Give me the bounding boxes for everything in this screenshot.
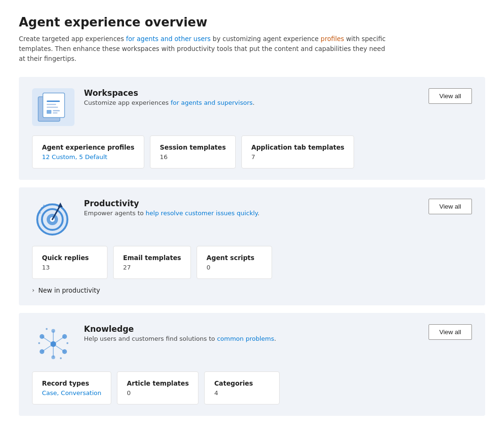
productivity-text: Productivity Empower agents to help reso…	[84, 199, 259, 217]
session-templates-card: Session templates 16	[150, 135, 236, 168]
knowledge-section: Knowledge Help users and customers find …	[19, 313, 485, 416]
knowledge-cards: Record types Case, Conversation Article …	[32, 371, 472, 404]
workspaces-svg	[34, 88, 72, 126]
agent-scripts-value: 0	[207, 264, 262, 271]
svg-rect-4	[47, 107, 58, 108]
categories-title: Categories	[214, 379, 270, 387]
svg-point-33	[60, 357, 62, 359]
svg-line-25	[42, 337, 53, 344]
application-tab-templates-title: Application tab templates	[251, 143, 344, 151]
knowledge-title: Knowledge	[84, 324, 276, 334]
svg-point-34	[66, 342, 68, 344]
productivity-view-all-button[interactable]: View all	[429, 199, 472, 214]
workspaces-icon	[32, 88, 74, 126]
desc-link-for[interactable]: for agents and other users	[126, 35, 211, 42]
svg-rect-7	[53, 112, 58, 114]
productivity-left: Productivity Empower agents to help reso…	[32, 199, 259, 236]
agent-scripts-card: Agent scripts 0	[197, 246, 272, 279]
workspaces-subtitle-link[interactable]: for agents and supervisors	[171, 99, 253, 106]
svg-point-31	[38, 342, 40, 344]
svg-rect-2	[47, 101, 60, 102]
session-templates-value: 16	[160, 153, 226, 160]
categories-value: 4	[214, 389, 270, 396]
page-description: Create targeted app experiences for agen…	[19, 34, 387, 64]
svg-point-17	[43, 204, 45, 206]
categories-card: Categories 4	[204, 371, 280, 404]
agent-scripts-title: Agent scripts	[207, 254, 262, 261]
page-title: Agent experience overview	[19, 15, 485, 29]
workspaces-text: Workspaces Customize app experiences for…	[84, 88, 255, 106]
record-types-title: Record types	[42, 379, 101, 387]
record-types-value[interactable]: Case, Conversation	[42, 389, 101, 396]
svg-line-26	[53, 337, 65, 344]
quick-replies-title: Quick replies	[42, 254, 98, 261]
workspaces-left: Workspaces Customize app experiences for…	[32, 88, 255, 126]
svg-rect-5	[47, 110, 51, 114]
svg-point-16	[40, 212, 41, 213]
knowledge-svg	[34, 324, 72, 362]
page-header: Agent experience overview Create targete…	[19, 15, 485, 64]
productivity-subtitle-link[interactable]: help resolve customer issues quickly	[146, 210, 257, 217]
knowledge-header: Knowledge Help users and customers find …	[32, 324, 472, 362]
svg-rect-6	[53, 110, 60, 111]
svg-rect-1	[43, 93, 65, 118]
svg-point-32	[46, 328, 48, 330]
knowledge-subtitle-link[interactable]: common problems	[217, 335, 274, 342]
productivity-section: Productivity Empower agents to help reso…	[19, 187, 485, 305]
email-templates-value: 27	[123, 264, 181, 271]
quick-replies-value: 13	[42, 264, 98, 271]
agent-experience-profiles-card: Agent experience profiles 12 Custom, 5 D…	[32, 135, 144, 168]
article-templates-title: Article templates	[127, 379, 189, 387]
quick-replies-card: Quick replies 13	[32, 246, 107, 279]
productivity-svg	[34, 199, 72, 236]
workspaces-section: Workspaces Customize app experiences for…	[19, 77, 485, 180]
knowledge-subtitle: Help users and customers find solutions …	[84, 335, 276, 342]
knowledge-icon	[32, 324, 74, 362]
session-templates-title: Session templates	[160, 143, 226, 151]
agent-experience-profiles-title: Agent experience profiles	[42, 143, 134, 151]
productivity-header: Productivity Empower agents to help reso…	[32, 199, 472, 236]
application-tab-templates-value: 7	[251, 153, 344, 160]
productivity-cards: Quick replies 13 Email templates 27 Agen…	[32, 246, 472, 279]
knowledge-left: Knowledge Help users and customers find …	[32, 324, 276, 362]
workspaces-subtitle: Customize app experiences for agents and…	[84, 99, 255, 106]
application-tab-templates-card: Application tab templates 7	[241, 135, 354, 168]
email-templates-title: Email templates	[123, 254, 181, 261]
svg-line-27	[42, 344, 53, 352]
workspaces-header: Workspaces Customize app experiences for…	[32, 88, 472, 126]
workspaces-view-all-button[interactable]: View all	[429, 88, 472, 104]
workspaces-cards: Agent experience profiles 12 Custom, 5 D…	[32, 135, 472, 168]
workspaces-title: Workspaces	[84, 88, 255, 98]
email-templates-card: Email templates 27	[113, 246, 191, 279]
svg-line-28	[53, 344, 65, 352]
article-templates-card: Article templates 0	[117, 371, 198, 404]
productivity-title: Productivity	[84, 199, 259, 208]
new-in-productivity[interactable]: › New in productivity	[32, 286, 472, 294]
record-types-card: Record types Case, Conversation	[32, 371, 111, 404]
desc-link-profiles[interactable]: profiles	[321, 35, 344, 42]
article-templates-value: 0	[127, 389, 189, 396]
new-in-productivity-label: New in productivity	[38, 286, 100, 294]
svg-rect-3	[47, 104, 56, 105]
knowledge-view-all-button[interactable]: View all	[429, 324, 472, 340]
productivity-subtitle: Empower agents to help resolve customer …	[84, 210, 259, 217]
svg-point-15	[41, 207, 43, 209]
agent-experience-profiles-value[interactable]: 12 Custom, 5 Default	[42, 153, 134, 160]
productivity-icon	[32, 199, 74, 236]
knowledge-text: Knowledge Help users and customers find …	[84, 324, 276, 342]
chevron-right-icon: ›	[32, 286, 34, 294]
